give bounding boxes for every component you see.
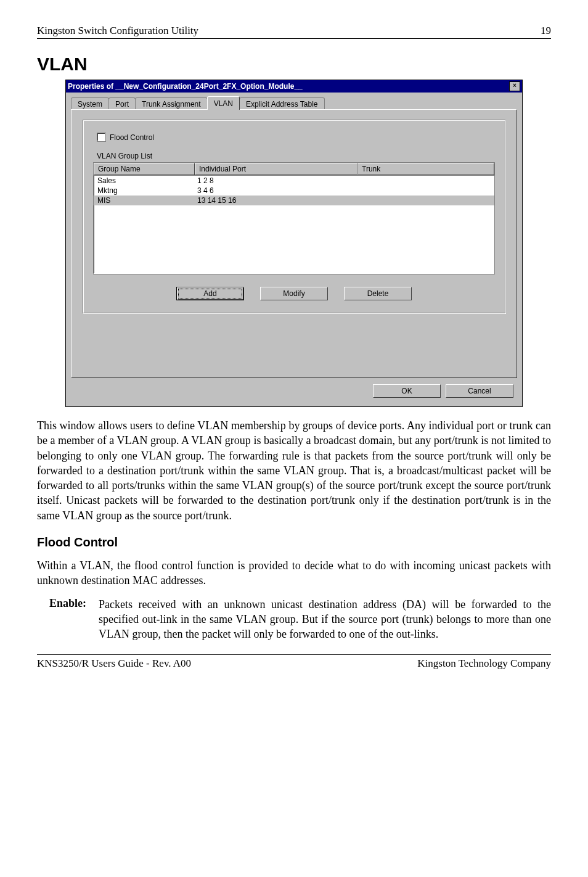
- vlan-group-list-label: VLAN Group List: [97, 152, 495, 160]
- tab-explicit-address-table[interactable]: Explicit Address Table: [239, 97, 325, 110]
- column-trunk[interactable]: Trunk: [357, 163, 494, 175]
- main-paragraph: This window allows users to define VLAN …: [37, 418, 551, 523]
- page-number: 19: [541, 25, 551, 37]
- titlebar[interactable]: Properties of __New_Configuration_24Port…: [66, 80, 522, 93]
- cell-trunk: [355, 186, 494, 196]
- cancel-button[interactable]: Cancel: [446, 384, 513, 398]
- tab-system[interactable]: System: [71, 97, 109, 110]
- cell-group-name: Mktng: [94, 186, 194, 196]
- listview-header: Group Name Individual Port Trunk: [94, 163, 494, 176]
- modify-button[interactable]: Modify: [260, 287, 328, 300]
- enable-term: Enable:: [49, 597, 99, 642]
- cell-group-name: Sales: [94, 176, 194, 186]
- flood-control-intro: Within a VLAN, the flood control functio…: [37, 558, 551, 588]
- enable-text: Packets received with an unknown unicast…: [99, 597, 551, 642]
- footer-left: KNS3250/R Users Guide - Rev. A00: [37, 657, 191, 670]
- footer-right: Kingston Technology Company: [417, 657, 551, 670]
- ok-button[interactable]: OK: [373, 384, 441, 398]
- list-row[interactable]: MIS 13 14 15 16: [94, 196, 494, 205]
- column-group-name[interactable]: Group Name: [94, 163, 195, 175]
- page-footer: KNS3250/R Users Guide - Rev. A00 Kingsto…: [37, 654, 551, 670]
- dialog-footer: OK Cancel: [71, 378, 517, 400]
- column-individual-port[interactable]: Individual Port: [195, 163, 357, 175]
- delete-button[interactable]: Delete: [344, 287, 412, 300]
- cell-individual-port: 1 2 8: [194, 176, 355, 186]
- flood-control-heading: Flood Control: [37, 535, 551, 550]
- tab-port[interactable]: Port: [108, 97, 136, 110]
- cell-individual-port: 13 14 15 16: [194, 196, 355, 205]
- flood-control-row: Flood Control: [97, 133, 495, 142]
- tab-trunk-assignment[interactable]: Trunk Assignment: [135, 97, 208, 110]
- tab-strip: System Port Trunk Assignment VLAN Explic…: [71, 96, 517, 110]
- page-header: Kingston Switch Configuration Utility 19: [37, 25, 551, 39]
- header-title: Kingston Switch Configuration Utility: [37, 25, 198, 37]
- cell-trunk: [355, 196, 494, 205]
- cell-group-name: MIS: [94, 196, 194, 205]
- add-button[interactable]: Add: [176, 287, 244, 300]
- cell-individual-port: 3 4 6: [194, 186, 355, 196]
- tab-vlan[interactable]: VLAN: [207, 96, 240, 110]
- cell-trunk: [355, 176, 494, 186]
- flood-control-checkbox[interactable]: [97, 133, 106, 142]
- tab-pane-vlan: Flood Control VLAN Group List Group Name…: [71, 109, 517, 378]
- vlan-group-listview[interactable]: Group Name Individual Port Trunk Sales 1…: [93, 162, 495, 274]
- vlan-button-row: Add Modify Delete: [93, 287, 495, 300]
- section-heading: VLAN: [37, 54, 551, 75]
- properties-dialog: Properties of __New_Configuration_24Port…: [65, 80, 523, 407]
- enable-definition: Enable: Packets received with an unknown…: [49, 597, 551, 642]
- list-row[interactable]: Mktng 3 4 6: [94, 186, 494, 196]
- vlan-groupbox: Flood Control VLAN Group List Group Name…: [83, 120, 505, 313]
- close-icon[interactable]: ×: [509, 81, 520, 91]
- list-row[interactable]: Sales 1 2 8: [94, 176, 494, 186]
- dialog-title: Properties of __New_Configuration_24Port…: [68, 82, 303, 91]
- flood-control-label: Flood Control: [110, 133, 154, 142]
